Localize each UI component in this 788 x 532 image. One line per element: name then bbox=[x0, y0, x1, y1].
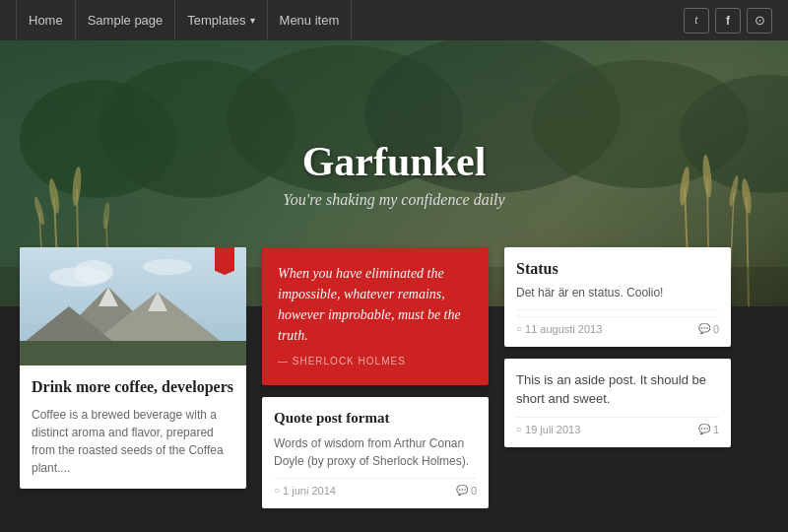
hero-text: Garfunkel You're shaking my confidence d… bbox=[283, 138, 504, 209]
quote-post-comments: 💬 0 bbox=[456, 485, 477, 497]
card-text-left: Coffee is a brewed beverage with a disti… bbox=[32, 406, 234, 477]
nav-item-sample-page[interactable]: Sample page bbox=[76, 0, 176, 40]
status-text: Det här är en status. Coolio! bbox=[516, 284, 719, 301]
comment-icon-aside: 💬 bbox=[698, 424, 710, 434]
facebook-icon[interactable]: f bbox=[715, 8, 741, 33]
quote-post-meta: ○ 1 juni 2014 💬 0 bbox=[274, 478, 477, 497]
mid-column: When you have eliminated the impossible,… bbox=[262, 247, 489, 520]
nav-item-home[interactable]: Home bbox=[16, 0, 76, 40]
instagram-icon[interactable]: ⊙ bbox=[747, 8, 772, 33]
status-card: Status Det här är en status. Coolio! ○ 1… bbox=[504, 247, 731, 347]
aside-meta: ○ 19 juli 2013 💬 1 bbox=[516, 417, 719, 435]
site-tagline: You're shaking my confidence daily bbox=[283, 191, 504, 209]
status-comments: 💬 0 bbox=[698, 323, 719, 335]
image-card: Drink more coffee, developers Coffee is … bbox=[20, 247, 246, 489]
quote-post-title: Quote post format bbox=[274, 409, 477, 429]
chevron-down-icon: ▾ bbox=[250, 15, 255, 26]
svg-rect-33 bbox=[20, 341, 246, 366]
status-date: ○ 11 augusti 2013 bbox=[516, 323, 602, 335]
svg-point-26 bbox=[74, 260, 113, 284]
quote-post-date: ○ 1 juni 2014 bbox=[274, 485, 336, 497]
left-column: Drink more coffee, developers Coffee is … bbox=[20, 247, 246, 520]
clock-icon-aside: ○ bbox=[516, 424, 522, 434]
aside-date: ○ 19 juli 2013 bbox=[516, 424, 580, 435]
card-image bbox=[20, 247, 246, 366]
quote-author: — Sherlock Holmes bbox=[278, 356, 473, 366]
right-column: Status Det här är en status. Coolio! ○ 1… bbox=[504, 247, 731, 520]
nav-item-templates[interactable]: Templates ▾ bbox=[175, 0, 267, 40]
mountain-illustration bbox=[20, 247, 246, 366]
svg-point-27 bbox=[143, 259, 192, 275]
status-divider bbox=[516, 309, 719, 310]
status-meta: ○ 11 augusti 2013 💬 0 bbox=[516, 316, 719, 335]
clock-icon-status: ○ bbox=[516, 323, 522, 334]
quote-post-card: Quote post format Words of wisdom from A… bbox=[262, 397, 489, 508]
aside-comments: 💬 1 bbox=[698, 424, 719, 435]
aside-card: This is an aside post. It should be shor… bbox=[504, 359, 731, 447]
content-area: Drink more coffee, developers Coffee is … bbox=[0, 247, 788, 520]
status-title: Status bbox=[516, 259, 719, 280]
card-body-left: Drink more coffee, developers Coffee is … bbox=[20, 366, 246, 489]
card-title-left: Drink more coffee, developers bbox=[32, 377, 234, 398]
quote-card: When you have eliminated the impossible,… bbox=[262, 247, 489, 385]
site-title: Garfunkel bbox=[283, 138, 504, 185]
quote-post-text: Words of wisdom from Arthur Conan Doyle … bbox=[274, 434, 477, 470]
nav-left: Home Sample page Templates ▾ Menu item bbox=[16, 0, 352, 40]
navigation: Home Sample page Templates ▾ Menu item t… bbox=[0, 0, 788, 40]
comment-icon-status: 💬 bbox=[698, 323, 710, 334]
bookmark-icon bbox=[215, 247, 234, 275]
nav-right: t f ⊙ bbox=[684, 8, 772, 33]
twitter-icon[interactable]: t bbox=[684, 8, 709, 33]
clock-icon: ○ bbox=[274, 485, 280, 496]
comment-icon: 💬 bbox=[456, 485, 468, 496]
aside-text: This is an aside post. It should be shor… bbox=[516, 370, 719, 409]
quote-text: When you have eliminated the impossible,… bbox=[278, 263, 473, 346]
nav-item-menu-item[interactable]: Menu item bbox=[268, 0, 353, 40]
